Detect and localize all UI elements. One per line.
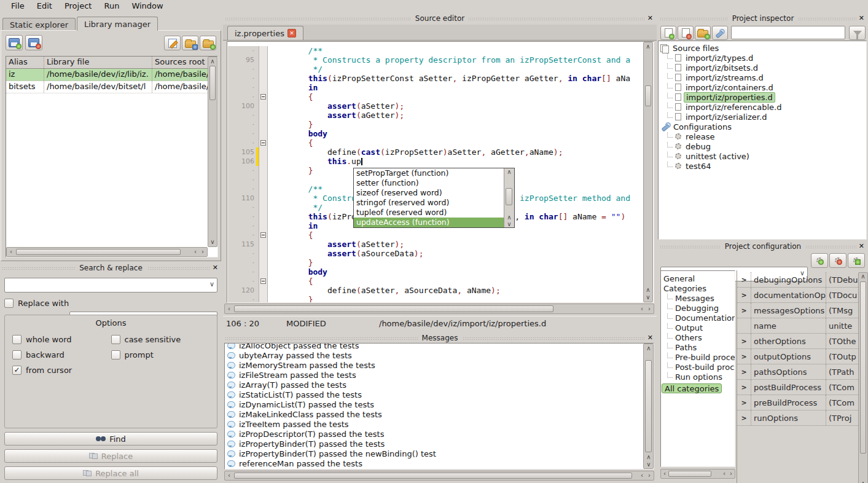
table-row[interactable]: bitsets/home/basile/dev/bitset/l/home/ba… [6, 81, 208, 93]
code-line[interactable]: · in [228, 83, 643, 92]
message-item[interactable]: izAllocObject passed the tests [225, 343, 643, 350]
scroll-up-icon[interactable]: ∧ [645, 345, 652, 352]
expand-arrow-icon[interactable]: > [741, 337, 746, 345]
menu-edit[interactable]: Edit [31, 1, 58, 10]
scroll-left-icon[interactable]: ‹ [638, 305, 646, 313]
tree-item-file[interactable]: import/iz/types.d [659, 53, 866, 63]
library-hscrollbar[interactable]: ‹ ‹ › [6, 247, 208, 257]
close-panel-icon[interactable]: ✕ [857, 14, 866, 23]
checkbox[interactable] [4, 299, 14, 308]
message-item[interactable]: izTreeItem passed the tests [225, 419, 643, 429]
message-item[interactable]: izPropDescriptor(T) passed the tests [225, 429, 643, 439]
message-item[interactable]: izArray(T) passed the tests [225, 380, 643, 390]
completion-item[interactable]: setPropTarget (function) [354, 168, 504, 178]
property-row[interactable]: >pathsOptions(TPath [737, 364, 858, 380]
code-line[interactable]: · */ [228, 65, 643, 74]
tree-item-file[interactable]: import/iz/referencable.d [659, 102, 866, 112]
code-line[interactable]: 106 this.up [228, 157, 643, 166]
scroll-thumb[interactable] [234, 473, 632, 479]
property-row[interactable]: >preBuildProcess(TCom [737, 395, 858, 410]
code-line[interactable]: 95 * Constructs a property descriptor fr… [228, 55, 643, 65]
code-line[interactable]: · } [228, 295, 643, 302]
add-source-button[interactable] [660, 26, 676, 40]
messages-vscrollbar[interactable]: ∧ ∧ ∨ [643, 344, 654, 469]
scroll-up-icon[interactable]: ∧ [209, 58, 216, 65]
code-line[interactable]: · } [228, 258, 643, 267]
tree-item-configuration[interactable]: debug [659, 141, 866, 151]
scroll-down-icon[interactable]: ∨ [645, 461, 652, 468]
expand-arrow-icon[interactable]: > [741, 291, 746, 299]
scroll-up-icon[interactable]: ∧ [859, 480, 867, 483]
tab-iz-properties[interactable]: iz.properties ✕ [227, 26, 303, 40]
completion-item[interactable]: stringof (reserved word) [354, 198, 504, 208]
code-line[interactable]: · assert(aGetter); [228, 111, 643, 120]
message-item[interactable]: izMemoryStream passed the tests [225, 360, 643, 370]
scroll-left-icon[interactable]: ‹ [225, 472, 233, 479]
close-panel-icon[interactable]: ✕ [211, 263, 220, 273]
replace-with-option[interactable]: Replace with [4, 299, 69, 308]
menu-window[interactable]: Window [125, 1, 169, 10]
completion-scrollbar[interactable]: ∧ ∧ ∨ [504, 168, 514, 227]
expand-arrow-icon[interactable]: > [741, 399, 746, 407]
checkbox[interactable] [12, 335, 22, 344]
scroll-left-icon[interactable]: ‹ [7, 248, 15, 256]
code-line[interactable]: · /** [228, 46, 643, 55]
tree-item-file[interactable]: import/iz/containers.d [659, 82, 866, 92]
grid-vscrollbar[interactable]: ∧ ∧ ∨ [858, 272, 868, 483]
search-combobox[interactable]: ∨ [4, 278, 217, 293]
scroll-up-icon[interactable]: ∧ [506, 168, 513, 176]
checkbox[interactable] [111, 335, 120, 344]
clear-filter-button[interactable] [849, 26, 866, 40]
property-row[interactable]: >debugingOptions(TDebu [737, 272, 858, 288]
scroll-right-icon[interactable]: › [199, 248, 206, 256]
chevron-down-icon[interactable]: ∨ [209, 280, 214, 288]
scroll-thumb[interactable] [209, 66, 216, 100]
close-panel-icon[interactable]: ✕ [646, 14, 655, 23]
table-row[interactable]: iz/home/basile/dev/iz/lib/iz./home/basil… [6, 69, 208, 81]
completion-list[interactable]: setPropTarget (function)setter (function… [354, 168, 504, 227]
expand-arrow-icon[interactable]: > [741, 276, 746, 284]
tree-item-configuration[interactable]: unittest (active) [659, 151, 866, 161]
editor-hscrollbar[interactable]: ‹ ‹ › [224, 304, 654, 314]
code-line[interactable]: · { [228, 138, 643, 147]
scroll-thumb[interactable] [645, 85, 651, 106]
expand-cell[interactable]: > [737, 288, 751, 302]
property-grid[interactable]: >debugingOptions(TDebu>documentationOpti… [737, 272, 858, 426]
property-row[interactable]: >documentationOpti(TDocu [737, 288, 858, 303]
message-item[interactable]: referenceMan passed the tests [225, 458, 643, 468]
close-panel-icon[interactable]: ✕ [857, 242, 866, 251]
inspector-tree[interactable]: Source filesimport/iz/types.dimport/iz/b… [659, 41, 866, 171]
fold-collapse-icon[interactable] [260, 278, 266, 284]
expand-cell[interactable]: > [737, 364, 751, 379]
fold-collapse-icon[interactable] [260, 94, 266, 100]
code-line[interactable]: · { [228, 230, 643, 240]
close-tab-icon[interactable]: ✕ [287, 29, 296, 37]
code-line[interactable]: · } [228, 120, 643, 129]
property-row[interactable]: >outputOptions(TOutp [737, 349, 858, 364]
scroll-down-icon[interactable]: ∨ [209, 238, 216, 246]
expand-cell[interactable]: > [737, 349, 751, 364]
message-item[interactable]: izMakeLinkedClass passed the tests [225, 409, 643, 419]
checkbox[interactable] [111, 350, 120, 359]
message-item[interactable]: ubyteArray passed the tests [225, 350, 643, 360]
library-vscrollbar[interactable]: ∧ ∨ [208, 57, 217, 247]
scroll-thumb[interactable] [234, 305, 553, 312]
property-row[interactable]: >runOptions(TProj [737, 410, 858, 426]
scroll-left-icon[interactable]: ‹ [661, 470, 668, 477]
completion-item[interactable]: updateAccess (function) [354, 218, 504, 227]
remove-source-button[interactable] [678, 26, 694, 40]
scroll-left-icon[interactable]: ‹ [192, 248, 199, 256]
scroll-down-icon[interactable]: ∨ [506, 221, 513, 228]
property-row[interactable]: >otherOptions(TOthe [737, 334, 858, 349]
tab-static-explorer[interactable]: Static explorer [2, 18, 76, 31]
add-library-folder-button[interactable] [200, 36, 216, 50]
scroll-down-icon[interactable]: ∨ [644, 294, 652, 301]
messages-list[interactable]: izAllocObject passed the testsubyteArray… [225, 343, 643, 468]
inspector-filter-field[interactable] [731, 26, 845, 39]
expand-cell[interactable]: > [737, 303, 751, 318]
remove-configuration-button[interactable] [829, 253, 846, 268]
remove-library-button[interactable] [25, 35, 42, 50]
option-whole-word[interactable]: whole word [12, 335, 111, 344]
category-others[interactable]: Others [661, 332, 735, 342]
expand-arrow-icon[interactable]: > [741, 368, 746, 376]
